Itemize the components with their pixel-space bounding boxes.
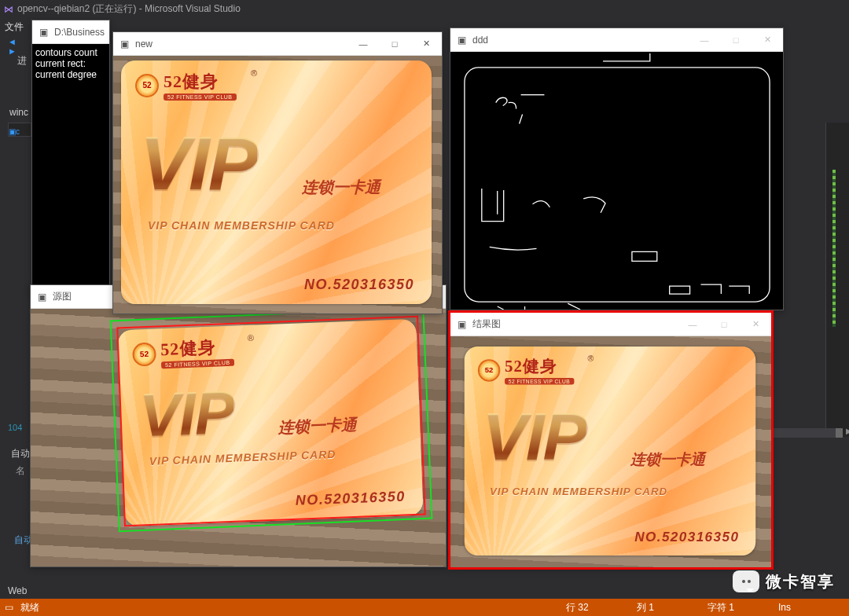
- opencv-icon: ▣: [454, 317, 469, 332]
- console-line-3: current degree: [35, 69, 106, 80]
- console-icon: ▣: [36, 25, 50, 39]
- new-title: new: [135, 38, 347, 50]
- detected-rect-red: [116, 316, 425, 527]
- proj-label: 进: [17, 54, 27, 68]
- close-button[interactable]: ✕: [740, 313, 771, 336]
- status-rect-icon: ▭: [0, 602, 17, 613]
- status-ins: Ins: [778, 602, 849, 613]
- vs-titlebar[interactable]: ⋈ opencv--qiebian2 (正在运行) - Microsoft Vi…: [0, 0, 849, 18]
- right-tool-strip[interactable]: [825, 123, 849, 437]
- nav-arrows[interactable]: ◄ ►: [8, 37, 17, 56]
- new-window[interactable]: ▣ new — □ ✕ 5252健身52 FITNESS VIP CLUB ® …: [112, 31, 443, 314]
- card-brand-en: 52 FITNESS VIP CLUB: [505, 378, 574, 385]
- menu-file[interactable]: 文件: [0, 19, 28, 35]
- opencv-icon: ▣: [35, 290, 49, 304]
- result-window[interactable]: ▣ 结果图 — □ ✕ 5252健身52 FITNESS VIP CLUB ® …: [450, 312, 772, 568]
- watermark: 微卡智享: [733, 570, 835, 592]
- card-chain-zh: 连锁一卡通: [302, 177, 380, 198]
- minimize-button[interactable]: —: [347, 32, 379, 56]
- scroll-thumb[interactable]: [836, 428, 843, 438]
- minimize-button[interactable]: —: [689, 28, 720, 52]
- card-brand-cn: 52健身: [505, 355, 574, 378]
- maximize-button[interactable]: □: [379, 32, 410, 56]
- card-registered-icon: ®: [251, 68, 257, 78]
- card-vip-text: VIP: [140, 120, 257, 207]
- result-titlebar[interactable]: ▣ 结果图 — □ ✕: [450, 313, 771, 336]
- status-ready: 就绪: [20, 601, 39, 614]
- edge-title: ddd: [472, 35, 689, 46]
- cpp-file-icon: ▣c: [9, 127, 20, 136]
- edge-titlebar[interactable]: ▣ ddd — □ ✕: [450, 28, 783, 52]
- wechat-icon: [733, 570, 759, 592]
- card-number: NO.520316350: [304, 277, 414, 293]
- close-button[interactable]: ✕: [410, 32, 442, 56]
- card-sun-icon: 52: [478, 359, 501, 382]
- document-tab[interactable]: ▣c: [8, 123, 31, 137]
- console-body: contours count current rect: current deg…: [32, 44, 109, 294]
- card-chain-en: VIP CHAIN MEMBERSHIP CARD: [148, 219, 335, 232]
- opencv-icon: ▣: [454, 33, 469, 47]
- edge-image: [450, 52, 783, 310]
- console-line-1: contours count: [35, 47, 106, 58]
- close-button[interactable]: ✕: [752, 28, 783, 52]
- card-chain-en: VIP CHAIN MEMBERSHIP CARD: [490, 486, 667, 497]
- card-brand-cn: 52健身: [164, 70, 237, 94]
- watermark-text: 微卡智享: [766, 571, 835, 592]
- minimize-button[interactable]: —: [677, 313, 708, 336]
- vs-title: opencv--qiebian2 (正在运行) - Microsoft Visu…: [17, 2, 241, 16]
- console-line-2: current rect:: [35, 58, 106, 69]
- winc-label: winc: [9, 107, 28, 118]
- status-col: 列 1: [637, 601, 708, 614]
- new-image: 5252健身52 FITNESS VIP CLUB ® VIP 连锁一卡通 VI…: [113, 56, 442, 314]
- card-number: NO.520316350: [634, 530, 739, 545]
- console-window[interactable]: ▣ D:\Business contours count current rec…: [31, 20, 110, 295]
- console-titlebar[interactable]: ▣ D:\Business: [32, 20, 109, 44]
- edge-window[interactable]: ▣ ddd — □ ✕: [450, 28, 784, 310]
- status-bar: ▭ 就绪 行 32 列 1 字符 1 Ins: [0, 599, 849, 616]
- minimap-strip: [832, 170, 836, 327]
- status-line: 行 32: [566, 601, 637, 614]
- maximize-button[interactable]: □: [708, 313, 740, 336]
- result-title: 结果图: [472, 317, 677, 331]
- card-registered-icon: ®: [588, 354, 594, 363]
- source-image: 5252健身52 FITNESS VIP CLUB ® VIP 连锁一卡通 VI…: [31, 309, 446, 566]
- code-line-gutter: 104: [8, 423, 22, 432]
- status-char: 字符 1: [708, 601, 778, 614]
- source-window[interactable]: ▣ 源图 5252健身52 FITNESS VIP CLUB ® VIP 连锁一…: [30, 284, 447, 567]
- console-title: D:\Business: [54, 27, 109, 38]
- vs-logo-icon: ⋈: [0, 4, 17, 15]
- nav-forward-icon[interactable]: ►: [8, 46, 17, 56]
- new-titlebar[interactable]: ▣ new — □ ✕: [113, 32, 442, 56]
- card-chain-zh: 连锁一卡通: [630, 449, 705, 470]
- opencv-icon: ▣: [117, 37, 131, 51]
- card-brand-en: 52 FITNESS VIP CLUB: [164, 94, 237, 101]
- nav-back-icon[interactable]: ◄: [8, 37, 17, 46]
- result-image: 5252健身52 FITNESS VIP CLUB ® VIP 连锁一卡通 VI…: [450, 336, 771, 567]
- maximize-button[interactable]: □: [720, 28, 752, 52]
- card-sun-icon: 52: [135, 74, 159, 97]
- card-vip-text: VIP: [483, 399, 586, 476]
- scroll-right-icon[interactable]: ▶: [846, 427, 849, 435]
- web-tab[interactable]: Web: [8, 585, 27, 596]
